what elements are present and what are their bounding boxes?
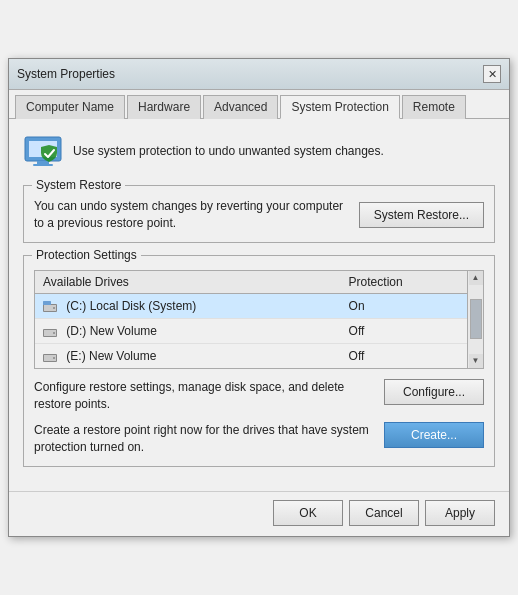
col-header-drives: Available Drives xyxy=(35,271,341,294)
drive-name-d: (D:) New Volume xyxy=(35,318,341,343)
svg-rect-7 xyxy=(43,301,51,305)
tab-system-protection[interactable]: System Protection xyxy=(280,95,399,119)
header-text: Use system protection to undo unwanted s… xyxy=(73,144,384,158)
tab-computer-name[interactable]: Computer Name xyxy=(15,95,125,119)
create-row: Create a restore point right now for the… xyxy=(34,422,484,456)
cancel-button[interactable]: Cancel xyxy=(349,500,419,526)
tab-remote[interactable]: Remote xyxy=(402,95,466,119)
system-restore-label: System Restore xyxy=(32,178,125,192)
drive-name-e: (E:) New Volume xyxy=(35,343,341,368)
drive-icon-d xyxy=(43,326,59,338)
configure-button[interactable]: Configure... xyxy=(384,379,484,405)
close-button[interactable]: ✕ xyxy=(483,65,501,83)
protection-settings-group: Protection Settings Available Drives Pro… xyxy=(23,255,495,467)
drives-scrollbar[interactable]: ▲ ▼ xyxy=(467,271,483,368)
scroll-down-arrow[interactable]: ▼ xyxy=(469,354,483,368)
title-bar: System Properties ✕ xyxy=(9,59,509,90)
svg-point-13 xyxy=(53,357,55,359)
configure-row: Configure restore settings, manage disk … xyxy=(34,379,484,413)
drive-name-c: (C:) Local Disk (System) xyxy=(35,293,341,318)
table-row[interactable]: (D:) New Volume Off xyxy=(35,318,483,343)
col-header-protection: Protection xyxy=(341,271,467,294)
protection-d: Off xyxy=(341,318,467,343)
tab-advanced[interactable]: Advanced xyxy=(203,95,278,119)
create-text: Create a restore point right now for the… xyxy=(34,422,374,456)
protection-c: On xyxy=(341,293,467,318)
apply-button[interactable]: Apply xyxy=(425,500,495,526)
system-properties-window: System Properties ✕ Computer Name Hardwa… xyxy=(8,58,510,537)
svg-rect-3 xyxy=(33,164,53,166)
system-restore-description: You can undo system changes by reverting… xyxy=(34,198,349,232)
scroll-thumb[interactable] xyxy=(470,299,482,339)
protection-settings-inner: Available Drives Protection xyxy=(34,270,484,456)
svg-point-10 xyxy=(53,332,55,334)
system-protection-icon xyxy=(23,131,63,171)
bottom-bar: OK Cancel Apply xyxy=(9,491,509,536)
scroll-up-arrow[interactable]: ▲ xyxy=(469,271,483,285)
system-restore-group: System Restore You can undo system chang… xyxy=(23,185,495,243)
system-restore-content: You can undo system changes by reverting… xyxy=(34,198,484,232)
configure-text: Configure restore settings, manage disk … xyxy=(34,379,374,413)
table-row[interactable]: (C:) Local Disk (System) On xyxy=(35,293,483,318)
window-title: System Properties xyxy=(17,67,115,81)
system-restore-button[interactable]: System Restore... xyxy=(359,202,484,228)
svg-rect-2 xyxy=(37,161,49,164)
protection-e: Off xyxy=(341,343,467,368)
header-section: Use system protection to undo unwanted s… xyxy=(23,131,495,171)
drive-icon-e xyxy=(43,351,59,363)
protection-settings-label: Protection Settings xyxy=(32,248,141,262)
drive-icon-c xyxy=(43,301,59,313)
tab-hardware[interactable]: Hardware xyxy=(127,95,201,119)
tab-content: Use system protection to undo unwanted s… xyxy=(9,119,509,491)
create-button[interactable]: Create... xyxy=(384,422,484,448)
ok-button[interactable]: OK xyxy=(273,500,343,526)
drives-table: Available Drives Protection xyxy=(35,271,483,368)
tab-bar: Computer Name Hardware Advanced System P… xyxy=(9,90,509,119)
svg-point-6 xyxy=(53,307,55,309)
table-row[interactable]: (E:) New Volume Off xyxy=(35,343,483,368)
drives-table-wrapper: Available Drives Protection xyxy=(34,270,484,369)
